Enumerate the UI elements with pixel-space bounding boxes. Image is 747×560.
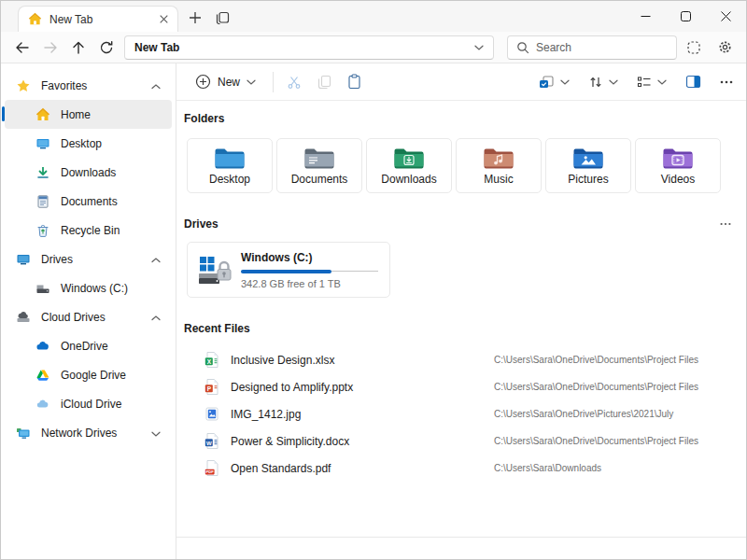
minimize-button[interactable] (626, 1, 666, 31)
drive-free-space: 342.8 GB free of 1 TB (241, 278, 378, 289)
selection-marquee-icon[interactable] (686, 40, 701, 55)
maximize-button[interactable] (666, 1, 706, 31)
recent-file-name: Designed to Amplify.pptx (231, 381, 494, 394)
address-bar[interactable]: New Tab (124, 35, 494, 60)
svg-text:PDF: PDF (206, 469, 215, 474)
tab-close-button[interactable] (155, 11, 172, 28)
view-list-icon (637, 76, 652, 89)
new-tab-button[interactable] (186, 8, 204, 27)
chevron-down-icon[interactable] (151, 427, 161, 440)
status-bar (176, 537, 746, 559)
navigation-pane: Favorites Home Desktop Downloads Documen… (1, 63, 176, 559)
sidebar-item-onedrive[interactable]: OneDrive (5, 331, 172, 360)
home-icon (28, 12, 42, 26)
details-pane-icon (685, 75, 701, 89)
pdf-file-icon: PDF (204, 459, 220, 477)
sidebar-item-downloads[interactable]: Downloads (5, 158, 172, 187)
scissors-icon (287, 75, 302, 90)
paste-button[interactable] (347, 74, 361, 90)
multi-select-icon (538, 75, 555, 90)
excel-file-icon: X (204, 351, 220, 369)
folder-card-music[interactable]: Music (456, 138, 542, 193)
folder-documents-icon (303, 146, 335, 171)
home-view: Folders Desktop Documents Downloads (176, 101, 746, 537)
chevron-down-icon (609, 79, 618, 85)
refresh-button[interactable] (92, 35, 120, 61)
recent-file-row[interactable]: W Power & Simplicity.docx C:\Users\Sara\… (184, 427, 731, 455)
chevron-down-icon (657, 79, 667, 85)
chevron-down-icon[interactable] (474, 45, 484, 50)
sidebar-item-label: OneDrive (61, 340, 108, 353)
recent-file-path: C:\Users\Sara\OneDrive\Pictures\2021\Jul… (494, 409, 673, 419)
sidebar-item-windows-c[interactable]: Windows (C:) (5, 273, 172, 302)
tab-overview-icon[interactable] (213, 8, 232, 27)
svg-text:W: W (206, 441, 212, 446)
chevron-up-icon[interactable] (151, 253, 161, 266)
drive-card-windows-c[interactable]: Windows (C:) 342.8 GB free of 1 TB (187, 242, 390, 298)
sidebar-item-google-drive[interactable]: Google Drive (5, 360, 172, 389)
copy-button[interactable] (317, 75, 331, 90)
sidebar-section-network-drives[interactable]: Network Drives (5, 418, 172, 447)
sidebar-section-cloud-drives[interactable]: Cloud Drives (5, 302, 172, 331)
sidebar-item-recycle-bin[interactable]: Recycle Bin (5, 216, 172, 245)
recent-files-section-title: Recent Files (184, 322, 250, 335)
details-pane-button[interactable] (685, 75, 701, 89)
recent-file-row[interactable]: IMG_1412.jpg C:\Users\Sara\OneDrive\Pict… (184, 400, 731, 427)
see-more-button[interactable] (720, 80, 733, 84)
folders-grid: Desktop Documents Downloads Music (187, 138, 731, 193)
select-button[interactable] (538, 75, 570, 90)
folder-card-downloads[interactable]: Downloads (366, 138, 452, 193)
back-button[interactable] (8, 35, 36, 61)
sidebar-section-favorites[interactable]: Favorites (5, 71, 172, 100)
desktop-icon (35, 136, 50, 151)
search-icon (516, 41, 529, 54)
image-file-icon (204, 405, 220, 423)
sidebar-item-label: Desktop (61, 137, 102, 150)
chevron-up-icon[interactable] (151, 311, 161, 324)
view-button[interactable] (637, 76, 667, 89)
new-button[interactable]: New (191, 70, 260, 93)
folder-card-desktop[interactable]: Desktop (187, 138, 273, 193)
recent-file-row[interactable]: X Inclusive Design.xlsx C:\Users\Sara\On… (184, 346, 731, 373)
chevron-up-icon[interactable] (151, 79, 161, 92)
recent-file-path: C:\Users\Sara\OneDrive\Documents\Project… (494, 355, 698, 365)
sidebar-item-label: Recycle Bin (61, 224, 120, 237)
tab-new-tab[interactable]: New Tab (18, 6, 178, 32)
sidebar-item-icloud-drive[interactable]: iCloud Drive (5, 389, 172, 418)
recent-file-name: Power & Simplicity.docx (231, 435, 494, 448)
sidebar-item-desktop[interactable]: Desktop (5, 129, 172, 158)
sidebar-item-documents[interactable]: Documents (5, 187, 172, 216)
bitlocker-drive-icon (197, 254, 233, 286)
up-button[interactable] (64, 35, 92, 61)
folder-card-label: Documents (291, 173, 348, 186)
sidebar-section-drives[interactable]: Drives (5, 245, 172, 273)
folder-downloads-icon (393, 146, 425, 171)
cut-button[interactable] (287, 75, 302, 90)
window-controls (626, 1, 746, 32)
ellipsis-icon (720, 222, 731, 226)
settings-gear-icon[interactable] (717, 39, 733, 55)
sidebar-item-label: Drives (41, 253, 73, 266)
recent-file-name: IMG_1412.jpg (231, 408, 494, 421)
cloud-drive-icon (16, 310, 31, 325)
folder-card-pictures[interactable]: Pictures (545, 138, 631, 193)
sidebar-item-label: Windows (C:) (61, 282, 128, 295)
address-text: New Tab (134, 41, 179, 54)
drive-usage-fill (241, 270, 331, 273)
hard-drive-icon (35, 281, 50, 296)
svg-text:P: P (207, 385, 212, 392)
sidebar-item-label: Downloads (61, 166, 116, 179)
folder-card-documents[interactable]: Documents (276, 138, 362, 193)
drives-see-more-button[interactable] (720, 222, 731, 226)
sort-button[interactable] (588, 75, 618, 90)
folder-card-videos[interactable]: Videos (635, 138, 721, 193)
recent-file-row[interactable]: PDF Open Standards.pdf C:\Users\Sara\Dow… (184, 455, 731, 482)
folder-card-label: Videos (661, 173, 695, 186)
close-button[interactable] (706, 1, 746, 31)
sidebar-item-home[interactable]: Home (5, 100, 172, 129)
search-input[interactable]: Search (507, 35, 677, 60)
forward-button[interactable] (36, 35, 64, 61)
folder-pictures-icon (572, 146, 604, 171)
recycle-bin-icon (35, 223, 50, 238)
recent-file-row[interactable]: P Designed to Amplify.pptx C:\Users\Sara… (184, 373, 731, 400)
